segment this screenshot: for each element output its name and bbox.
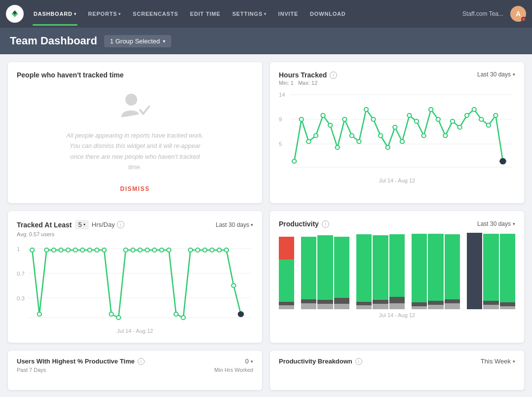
hours-chart-svg: 14 9 5 [279, 91, 515, 175]
svg-point-54 [95, 248, 99, 252]
svg-point-72 [225, 248, 228, 252]
nav-item-settings[interactable]: SETTINGS ▾ [228, 8, 271, 20]
nav-item-reports[interactable]: REPORTS ▾ [83, 8, 126, 20]
chevron-down-icon: ▾ [513, 72, 515, 77]
svg-text:14: 14 [279, 92, 285, 98]
svg-point-12 [321, 113, 325, 117]
users-productive-title: Users With Highest % Productive Time [17, 358, 135, 365]
svg-point-11 [314, 134, 318, 138]
info-icon-breakdown[interactable]: i [355, 358, 362, 365]
svg-text:1: 1 [17, 246, 20, 252]
hours-chart: 14 9 5 [279, 91, 515, 183]
productivity-title: Productivity [279, 220, 319, 228]
group-selector[interactable]: 1 Group Selected ▾ [104, 35, 171, 47]
svg-point-65 [174, 312, 178, 316]
tracked-card: Tracked At Least 5 ▾ Hrs/Day i Last 30 d… [8, 211, 262, 343]
productivity-card: Productivity i Last 30 days ▾ [270, 211, 524, 343]
svg-point-30 [451, 119, 455, 123]
top-nav: DASHBOARD ▾ REPORTS ▾ SCREENCASTS EDIT T… [0, 0, 532, 28]
svg-point-58 [124, 248, 128, 252]
svg-point-66 [181, 316, 185, 320]
logo-icon [10, 9, 20, 19]
productivity-date-range: Jul 14 - Aug 12 [279, 312, 515, 318]
svg-point-23 [400, 140, 404, 144]
chevron-down-icon: ▾ [118, 12, 121, 16]
svg-point-48 [52, 248, 56, 252]
svg-point-18 [364, 108, 368, 111]
people-card: People who haven't tracked time All peop… [8, 62, 262, 203]
nav-org-name[interactable]: Staff.com Tea... [457, 10, 508, 17]
svg-point-73 [231, 284, 235, 288]
svg-point-35 [487, 123, 491, 127]
svg-point-26 [421, 134, 425, 138]
svg-point-69 [203, 248, 207, 252]
svg-point-68 [195, 248, 199, 252]
chevron-down-icon: ▾ [513, 221, 515, 226]
svg-point-53 [88, 248, 92, 252]
svg-point-50 [66, 248, 70, 252]
dashboard-grid: People who haven't tracked time All peop… [0, 54, 532, 397]
tracked-value-selector[interactable]: 5 ▾ [75, 220, 89, 229]
min-hrs-label: Min Hrs Worked [214, 367, 253, 373]
svg-point-14 [336, 145, 340, 149]
nav-item-edittime[interactable]: EDIT TIME [185, 8, 226, 20]
svg-point-56 [109, 312, 113, 316]
person-check-icon [120, 93, 150, 122]
svg-point-71 [217, 248, 221, 252]
svg-point-51 [74, 248, 77, 252]
svg-point-49 [59, 248, 63, 252]
tracked-title: Tracked At Least [17, 221, 72, 229]
nav-item-screencasts[interactable]: SCREENCASTS [128, 8, 183, 20]
svg-point-70 [210, 248, 214, 252]
hours-range: Min: 1 Max: 12 [279, 80, 515, 86]
chevron-down-icon: ▾ [251, 359, 253, 364]
chevron-down-icon: ▾ [251, 222, 253, 227]
svg-text:0.7: 0.7 [17, 271, 25, 277]
nav-logo[interactable] [6, 5, 24, 23]
hours-date-range: Jul 14 - Aug 12 [279, 178, 515, 183]
info-icon-prod[interactable]: i [322, 220, 329, 228]
chevron-down-icon: ▾ [163, 38, 165, 44]
svg-point-67 [189, 248, 192, 252]
nav-item-dashboard[interactable]: DASHBOARD ▾ [29, 8, 81, 20]
svg-point-57 [116, 316, 120, 320]
svg-point-28 [436, 117, 440, 121]
svg-point-59 [131, 248, 135, 252]
svg-point-46 [38, 312, 41, 316]
nav-item-download[interactable]: DOWNLOAD [305, 8, 350, 20]
users-productive-subtitle: Past 7 Days [17, 367, 46, 373]
svg-point-10 [306, 140, 310, 144]
svg-point-47 [44, 248, 48, 252]
chevron-down-icon: ▾ [83, 222, 85, 227]
svg-point-33 [472, 108, 476, 111]
svg-point-34 [479, 117, 483, 121]
svg-point-37 [500, 158, 506, 164]
productivity-breakdown-card: Productivity Breakdown i This Week ▾ [270, 351, 524, 390]
tracked-date-range: Jul 14 - Aug 12 [17, 328, 253, 334]
dismiss-button[interactable]: DISMISS [116, 183, 154, 194]
page-header: Team Dashboard 1 Group Selected ▾ [0, 28, 532, 54]
info-icon-users[interactable]: i [138, 358, 145, 365]
chevron-down-icon: ▾ [264, 12, 266, 16]
tracked-period: Last 30 days [216, 221, 249, 228]
svg-point-52 [80, 248, 84, 252]
tracked-chart: 1 0.7 0.3 [17, 241, 253, 334]
svg-point-31 [457, 125, 461, 129]
info-icon[interactable]: i [330, 72, 337, 79]
hours-period-selector[interactable]: Last 30 days ▾ [477, 71, 515, 78]
breakdown-period: This Week [481, 358, 511, 365]
svg-point-24 [407, 113, 411, 117]
people-card-title: People who haven't tracked time [17, 71, 253, 79]
productivity-period-selector[interactable]: Last 30 days ▾ [477, 220, 515, 227]
users-productive-count: 0 [245, 358, 249, 365]
chevron-down-icon: ▾ [513, 359, 515, 364]
avatar-online-dot [521, 17, 526, 22]
info-icon-tracked[interactable]: i [117, 221, 124, 228]
nav-item-invite[interactable]: INVITE [273, 8, 303, 20]
tracked-avg: Avg: 0.57 users [17, 231, 253, 237]
svg-point-74 [238, 311, 244, 317]
svg-point-19 [371, 117, 375, 121]
nav-avatar[interactable]: A [510, 6, 526, 22]
svg-point-8 [292, 159, 296, 163]
users-productive-card: Users With Highest % Productive Time i 0… [8, 351, 262, 390]
